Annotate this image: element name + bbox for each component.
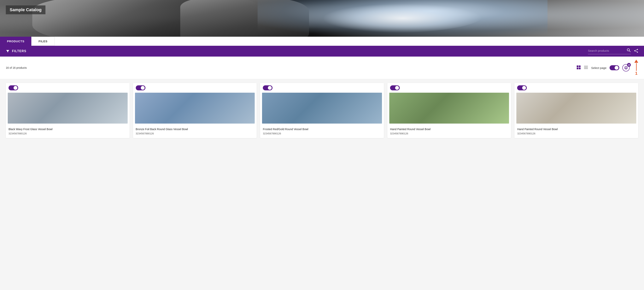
svg-rect-8 xyxy=(579,65,580,67)
annotation-arrow: 1 xyxy=(634,60,638,76)
download-button-wrap[interactable]: 16 xyxy=(622,64,630,71)
svg-rect-7 xyxy=(577,65,578,67)
product-image xyxy=(389,93,509,124)
filters-button[interactable]: FILTERS xyxy=(6,49,26,53)
catalog-title: Sample Catalog xyxy=(6,5,46,14)
card-toggle-thumb xyxy=(395,86,399,90)
svg-point-4 xyxy=(637,52,638,52)
svg-line-6 xyxy=(635,51,637,52)
hero-banner: Sample Catalog xyxy=(0,0,644,37)
arrow-line xyxy=(636,63,637,71)
product-info: Frosted Red/Gold Round Vessel Bowl 32345… xyxy=(260,126,384,138)
product-image-wrap xyxy=(6,93,130,126)
product-card: Bronze Foil Back Round Glass Vessel Bowl… xyxy=(133,83,257,138)
tab-products[interactable]: PRODUCTS xyxy=(0,37,31,46)
search-box xyxy=(588,48,631,54)
card-toggle-row xyxy=(133,83,257,93)
product-info: Bronze Foil Back Round Glass Vessel Bowl… xyxy=(133,126,257,138)
card-toggle-thumb xyxy=(141,86,145,90)
product-toggle-1[interactable] xyxy=(136,85,146,90)
filter-right xyxy=(588,48,638,54)
svg-point-3 xyxy=(634,50,635,51)
product-image xyxy=(262,93,382,124)
hero-shapes xyxy=(0,0,644,37)
tabs-bar: PRODUCTS FILES xyxy=(0,37,644,46)
download-badge: 16 xyxy=(627,63,631,67)
product-info: Hand Painted Round Vessel Bowl 323456789… xyxy=(387,126,511,138)
tab-files[interactable]: FILES xyxy=(31,37,54,46)
product-toggle-2[interactable] xyxy=(263,85,272,90)
arrow-up-icon xyxy=(634,60,638,63)
filter-bar: FILTERS xyxy=(0,46,644,57)
product-card: Hand Painted Round Vessel Bowl 323456789… xyxy=(514,83,638,138)
product-name: Hand Painted Round Vessel Bowl xyxy=(390,128,508,131)
product-card: Frosted Red/Gold Round Vessel Bowl 32345… xyxy=(260,83,384,138)
card-toggle-row xyxy=(514,83,638,93)
products-grid: Black Wavy Frost Glass Vessel Bowl 32345… xyxy=(6,83,638,138)
card-toggle-row xyxy=(6,83,130,93)
product-name: Bronze Foil Back Round Glass Vessel Bowl xyxy=(136,128,254,131)
product-name: Frosted Red/Gold Round Vessel Bowl xyxy=(263,128,381,131)
product-image xyxy=(8,93,128,124)
product-image xyxy=(516,93,636,124)
list-view-button[interactable] xyxy=(584,65,588,70)
card-toggle-row xyxy=(260,83,384,93)
product-card: Hand Painted Round Vessel Bowl 323456789… xyxy=(387,83,511,138)
product-sku: 3234567890126 xyxy=(136,132,254,135)
product-count: 16 of 16 products xyxy=(6,66,27,69)
grid-view-button[interactable] xyxy=(576,65,581,70)
toggle-thumb xyxy=(614,66,618,70)
filter-icon xyxy=(6,49,10,53)
svg-rect-11 xyxy=(584,66,588,66)
product-card: Black Wavy Frost Glass Vessel Bowl 32345… xyxy=(6,83,130,138)
product-image-wrap xyxy=(514,93,638,126)
svg-rect-10 xyxy=(579,68,580,69)
product-name: Black Wavy Frost Glass Vessel Bowl xyxy=(8,128,127,131)
svg-line-5 xyxy=(635,50,637,50)
card-toggle-row xyxy=(387,83,511,93)
product-image-wrap xyxy=(260,93,384,126)
product-sku: 3234567890126 xyxy=(390,132,508,135)
products-area: Black Wavy Frost Glass Vessel Bowl 32345… xyxy=(0,79,644,142)
product-toggle-3[interactable] xyxy=(390,85,400,90)
product-sku: 3234567890126 xyxy=(517,132,636,135)
svg-point-0 xyxy=(627,49,630,51)
product-image-wrap xyxy=(387,93,511,126)
svg-rect-12 xyxy=(584,67,588,68)
search-input[interactable] xyxy=(588,49,626,52)
svg-rect-13 xyxy=(584,68,588,69)
product-image xyxy=(135,93,255,124)
products-toolbar: 16 of 16 products Select page xyxy=(0,57,644,79)
product-info: Black Wavy Frost Glass Vessel Bowl 32345… xyxy=(6,126,130,138)
svg-rect-9 xyxy=(577,68,578,69)
svg-line-1 xyxy=(629,51,630,52)
product-name: Hand Painted Round Vessel Bowl xyxy=(517,128,636,131)
toolbar-right: Select page 16 1 xyxy=(576,60,638,76)
product-toggle-4[interactable] xyxy=(517,85,527,90)
svg-point-2 xyxy=(637,49,638,50)
product-image-wrap xyxy=(133,93,257,126)
select-page-label: Select page xyxy=(591,66,606,70)
share-button[interactable] xyxy=(634,49,638,54)
select-page-toggle[interactable] xyxy=(610,65,619,70)
product-sku: 3234567890126 xyxy=(263,132,381,135)
product-info: Hand Painted Round Vessel Bowl 323456789… xyxy=(514,126,638,138)
product-toggle-0[interactable] xyxy=(8,85,18,90)
search-button[interactable] xyxy=(626,48,631,53)
card-toggle-thumb xyxy=(14,86,18,90)
product-sku: 3234567890126 xyxy=(8,132,127,135)
